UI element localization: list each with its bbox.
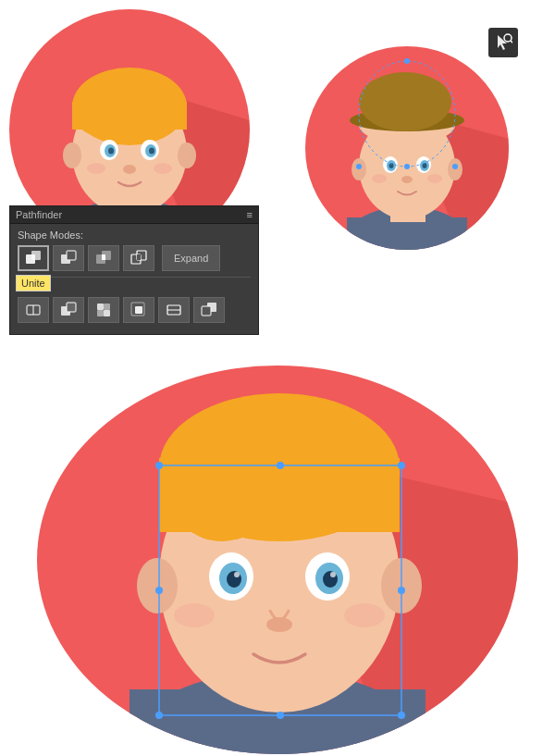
svg-rect-48 (67, 251, 76, 260)
panel-title: Pathfinder (16, 209, 62, 220)
svg-point-5 (63, 143, 81, 168)
shape-modes-row: Unite (18, 245, 251, 271)
svg-point-95 (398, 712, 405, 719)
svg-point-35 (401, 176, 413, 183)
cursor-icon (488, 28, 518, 57)
minus-front-button[interactable] (53, 245, 84, 271)
svg-rect-68 (202, 306, 211, 316)
svg-point-88 (174, 603, 215, 627)
svg-point-37 (427, 174, 442, 183)
svg-point-18 (154, 163, 172, 174)
panel-body: Shape Modes: Unite (10, 224, 258, 334)
svg-rect-60 (104, 304, 110, 310)
svg-rect-61 (97, 310, 104, 316)
outline-button[interactable] (158, 297, 190, 323)
svg-point-15 (149, 148, 154, 155)
svg-point-41 (356, 164, 362, 169)
pathfinder-panel: Pathfinder ≡ Shape Modes: Unite (9, 205, 259, 335)
svg-point-28 (359, 72, 451, 131)
pathfinders-label: Pathfinders: (18, 281, 251, 292)
unite-button[interactable]: Unite (18, 245, 49, 271)
avatar-top-right (305, 46, 509, 250)
shape-modes-label: Shape Modes: (18, 229, 251, 241)
panel-titlebar: Pathfinder ≡ (10, 206, 258, 224)
svg-point-17 (87, 163, 105, 174)
svg-point-74 (137, 558, 178, 613)
pathfinders-row (18, 297, 251, 323)
minus-back-button[interactable] (193, 297, 225, 323)
svg-rect-63 (135, 306, 142, 314)
svg-line-44 (511, 41, 512, 43)
svg-rect-59 (97, 304, 104, 310)
expand-button[interactable]: Expand (162, 245, 220, 271)
svg-point-6 (178, 143, 196, 168)
svg-rect-21 (347, 217, 467, 250)
svg-point-89 (344, 603, 385, 627)
svg-point-40 (452, 164, 458, 169)
svg-point-39 (404, 58, 410, 64)
panel-menu-icon[interactable]: ≡ (247, 209, 253, 220)
svg-point-43 (504, 34, 512, 42)
svg-point-98 (155, 587, 163, 594)
unite-tooltip: Unite (16, 275, 51, 291)
svg-point-36 (372, 174, 387, 183)
svg-point-91 (155, 462, 163, 469)
crop-button[interactable] (123, 297, 154, 323)
trim-button[interactable] (53, 297, 84, 323)
svg-point-14 (108, 148, 114, 155)
avatar-top-right-wrapper (278, 28, 509, 250)
svg-rect-54 (137, 254, 141, 260)
svg-point-92 (277, 462, 284, 469)
panel-controls: ≡ (247, 209, 253, 220)
intersect-button[interactable] (88, 245, 119, 271)
svg-point-16 (123, 165, 136, 174)
divide-button[interactable] (18, 297, 49, 323)
svg-point-42 (404, 164, 410, 169)
merge-button[interactable] (88, 297, 119, 323)
svg-rect-58 (67, 303, 76, 312)
svg-point-93 (398, 462, 405, 469)
svg-point-97 (155, 712, 163, 719)
svg-rect-51 (102, 254, 105, 260)
svg-rect-9 (72, 102, 187, 130)
svg-point-94 (398, 587, 405, 594)
bottom-avatar-wrapper (18, 361, 536, 756)
svg-point-87 (266, 617, 292, 632)
svg-point-86 (330, 572, 336, 577)
avatar-bottom-large (37, 366, 518, 754)
svg-rect-78 (159, 458, 400, 532)
panel-divider (18, 277, 251, 278)
svg-point-85 (234, 572, 240, 577)
svg-rect-46 (31, 251, 41, 260)
exclude-button[interactable] (123, 245, 154, 271)
svg-point-96 (277, 712, 284, 719)
svg-rect-62 (104, 310, 110, 316)
